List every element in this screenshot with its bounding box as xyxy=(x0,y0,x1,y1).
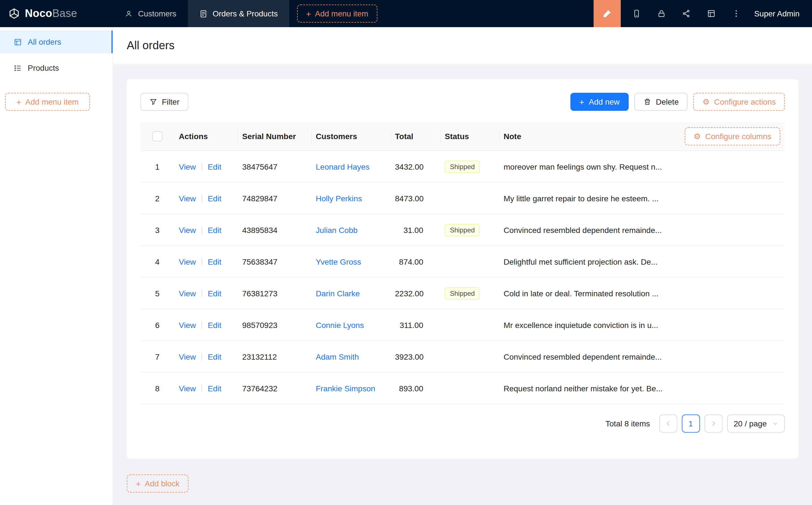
column-header-total: Total xyxy=(390,122,440,150)
row-actions-cell: View Edit xyxy=(174,352,238,361)
status-cell: Shipped xyxy=(440,287,499,300)
divider xyxy=(201,163,202,170)
row-index: 6 xyxy=(140,320,174,329)
edit-link[interactable]: Edit xyxy=(208,352,221,361)
row-actions-cell: View Edit xyxy=(174,194,238,203)
edit-link[interactable]: Edit xyxy=(208,289,221,298)
edit-link[interactable]: Edit xyxy=(208,194,221,203)
table-body: 1 View Edit 38475647 Leonard Hayes 3432.… xyxy=(140,151,785,404)
view-link[interactable]: View xyxy=(179,194,196,203)
toolbar-actions: + Add new Delete xyxy=(570,93,785,111)
view-link[interactable]: View xyxy=(179,384,196,393)
edit-link[interactable]: Edit xyxy=(208,225,221,234)
configure-columns-button[interactable]: ⚙ Configure columns xyxy=(684,127,780,145)
sidebar-item-products[interactable]: Products xyxy=(0,56,113,79)
nav-tab-orders-products[interactable]: Orders & Products xyxy=(187,0,289,27)
table-row[interactable]: 1 View Edit 38475647 Leonard Hayes 3432.… xyxy=(140,151,785,183)
pagination-total: Total 8 items xyxy=(605,419,650,428)
customer-link[interactable]: Yvette Gross xyxy=(316,257,361,266)
configure-actions-button[interactable]: ⚙ Configure actions xyxy=(693,93,785,111)
edit-link[interactable]: Edit xyxy=(208,257,221,266)
status-tag: Shipped xyxy=(445,287,480,300)
status-tag: Shipped xyxy=(445,160,480,173)
table-row[interactable]: 3 View Edit 43895834 Julian Cobb 31.00 S… xyxy=(140,214,785,246)
sidebar-add-menu-item-button[interactable]: + Add menu item xyxy=(5,93,90,111)
orders-file-icon xyxy=(14,38,22,46)
page-number-1[interactable]: 1 xyxy=(682,414,700,433)
customer-link[interactable]: Julian Cobb xyxy=(316,225,358,234)
row-actions-cell: View Edit xyxy=(174,289,238,298)
serial-number-cell: 73764232 xyxy=(238,384,311,393)
gear-icon: ⚙ xyxy=(693,132,700,140)
ui-editor-button[interactable] xyxy=(593,0,621,27)
table-row[interactable]: 4 View Edit 75638347 Yvette Gross 874.00… xyxy=(140,246,785,278)
delete-button[interactable]: Delete xyxy=(634,93,688,111)
prev-page-button[interactable] xyxy=(659,414,677,433)
table-row[interactable]: 6 View Edit 98570923 Connie Lyons 311.00… xyxy=(140,309,785,341)
filter-button[interactable]: Filter xyxy=(140,93,188,111)
chevron-left-icon xyxy=(665,420,671,427)
row-index: 3 xyxy=(140,225,174,234)
layout-button[interactable] xyxy=(699,0,724,27)
note-cell: Convinced resembled dependent remainde..… xyxy=(499,225,785,234)
view-link[interactable]: View xyxy=(179,352,196,361)
edit-link[interactable]: Edit xyxy=(208,384,221,393)
row-actions-cell: View Edit xyxy=(174,257,238,266)
nav-tab-customers[interactable]: Customers xyxy=(113,0,187,27)
serial-number-cell: 43895834 xyxy=(238,225,311,234)
row-index: 8 xyxy=(140,384,174,393)
mobile-button[interactable] xyxy=(624,0,649,27)
column-header-customers: Customers xyxy=(311,122,390,150)
table-row[interactable]: 2 View Edit 74829847 Holly Perkins 8473.… xyxy=(140,183,785,214)
sidebar-item-all-orders[interactable]: All orders xyxy=(0,30,113,53)
header-add-menu-item-button[interactable]: + Add menu item xyxy=(297,5,377,23)
view-link[interactable]: View xyxy=(179,257,196,266)
more-icon xyxy=(732,9,741,18)
customer-link[interactable]: Darin Clarke xyxy=(316,289,360,298)
more-button[interactable] xyxy=(724,0,749,27)
row-actions-cell: View Edit xyxy=(174,320,238,329)
divider xyxy=(201,226,202,234)
customer-link[interactable]: Adam Smith xyxy=(316,352,359,361)
edit-link[interactable]: Edit xyxy=(208,320,221,329)
view-link[interactable]: View xyxy=(179,162,196,171)
pagination: Total 8 items 1 xyxy=(140,414,785,433)
layout-icon xyxy=(707,9,716,18)
table-row[interactable]: 5 View Edit 76381273 Darin Clarke 2232.0… xyxy=(140,278,785,309)
customer-link[interactable]: Frankie Simpson xyxy=(316,384,375,393)
view-link[interactable]: View xyxy=(179,289,196,298)
select-all-checkbox[interactable] xyxy=(152,131,162,141)
add-new-button[interactable]: + Add new xyxy=(570,93,629,111)
edit-link[interactable]: Edit xyxy=(208,162,221,171)
view-link[interactable]: View xyxy=(179,320,196,329)
api-button[interactable] xyxy=(674,0,699,27)
total-cell: 3923.00 xyxy=(390,352,440,361)
serial-number-cell: 98570923 xyxy=(238,320,311,329)
total-cell: 893.00 xyxy=(390,384,440,393)
divider xyxy=(201,194,202,202)
total-cell: 8473.00 xyxy=(390,194,440,203)
total-cell: 874.00 xyxy=(390,257,440,266)
table-toolbar: Filter + Add new xyxy=(140,93,785,111)
table-row[interactable]: 8 View Edit 73764232 Frankie Simpson 893… xyxy=(140,373,785,404)
customer-cell: Connie Lyons xyxy=(311,320,390,329)
customer-link[interactable]: Leonard Hayes xyxy=(316,162,370,171)
view-link[interactable]: View xyxy=(179,225,196,234)
next-page-button[interactable] xyxy=(704,414,722,433)
column-header-status: Status xyxy=(440,122,499,150)
total-cell: 31.00 xyxy=(390,225,440,234)
row-index: 4 xyxy=(140,257,174,266)
serial-number-cell: 38475647 xyxy=(238,162,311,171)
add-block-button[interactable]: + Add block xyxy=(127,475,189,493)
customer-cell: Adam Smith xyxy=(311,352,390,361)
api-share-icon xyxy=(682,9,691,18)
user-menu[interactable]: Super Admin xyxy=(754,9,800,18)
table-row[interactable]: 7 View Edit 23132112 Adam Smith 3923.00 … xyxy=(140,341,785,373)
customer-link[interactable]: Holly Perkins xyxy=(316,194,362,203)
page-size-select[interactable]: 20 / page xyxy=(727,414,785,433)
customer-link[interactable]: Connie Lyons xyxy=(316,320,364,329)
status-cell xyxy=(440,320,499,329)
main-area: All orders Filter xyxy=(113,27,812,505)
serial-number-cell: 75638347 xyxy=(238,257,311,266)
lock-button[interactable] xyxy=(649,0,674,27)
